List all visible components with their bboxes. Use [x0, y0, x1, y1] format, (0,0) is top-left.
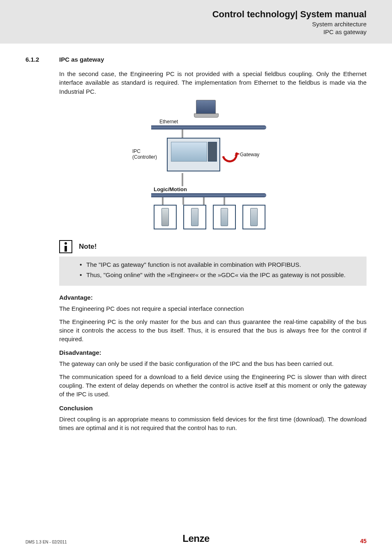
gateway-arrow-icon [219, 144, 240, 165]
disadvantage-p1: The gateway can only be used if the basi… [59, 359, 367, 368]
device-icon [242, 205, 265, 229]
conclusion-p1: Direct coupling is an appropriate means … [59, 415, 367, 432]
logic-motion-label: Logic/Motion [154, 186, 279, 192]
device-icon [213, 205, 236, 229]
gateway-label: Gateway [240, 152, 259, 157]
ipc-label-line2: (Controller) [132, 154, 157, 160]
advantage-heading: Advantage: [59, 294, 367, 301]
note-title: Note! [79, 243, 97, 251]
ipc-label: IPC (Controller) [132, 149, 167, 160]
architecture-figure: Ethernet IPC (Controller) Gateway Logic/… [132, 100, 279, 229]
header-subtitle-2: IPC as gateway [25, 28, 367, 35]
device-icon [183, 205, 206, 229]
advantage-p2: The Engineering PC is the only master fo… [59, 317, 367, 344]
ethernet-bar [151, 125, 266, 130]
disadvantage-p2: The communication speed for a download t… [59, 372, 367, 399]
drop-line [182, 130, 183, 138]
page-footer: DMS 1.3 EN - 02/2011 Lenze 45 [25, 538, 367, 544]
section-heading-row: 6.1.2 IPC as gateway [25, 56, 367, 63]
section-number: 6.1.2 [25, 56, 59, 63]
drop-line [182, 173, 183, 186]
footer-left: DMS 1.3 EN - 02/2011 [25, 540, 67, 544]
intro-paragraph: In the second case, the Engineering PC i… [59, 69, 367, 96]
note-block: Note! The "IPC as gateway" function is n… [59, 240, 367, 286]
page-header: Control technology| System manual System… [0, 0, 392, 44]
ipc-box-icon [167, 138, 220, 171]
drop-lines [162, 197, 279, 205]
info-icon [59, 240, 72, 253]
device-icon [154, 205, 177, 229]
page-number: 45 [360, 538, 367, 544]
ethernet-label: Ethernet [159, 119, 279, 125]
section-title: IPC as gateway [59, 56, 104, 63]
disadvantage-heading: Disadvantage: [59, 349, 367, 356]
conclusion-heading: Conclusion [59, 405, 367, 412]
header-title: Control technology| System manual [25, 9, 367, 20]
advantage-p1: The Engineering PC does not require a sp… [59, 304, 367, 313]
laptop-icon [196, 100, 216, 115]
ipc-label-line1: IPC [132, 148, 141, 154]
note-bullet-1: The "IPC as gateway" function is not ava… [80, 261, 357, 269]
note-body: The "IPC as gateway" function is not ava… [59, 257, 367, 286]
header-subtitle-1: System architecture [25, 21, 367, 28]
footer-logo: Lenze [182, 533, 210, 544]
note-bullet-2: Thus, "Going online" with the »Engineer«… [80, 271, 357, 280]
logic-motion-bar [151, 193, 266, 197]
